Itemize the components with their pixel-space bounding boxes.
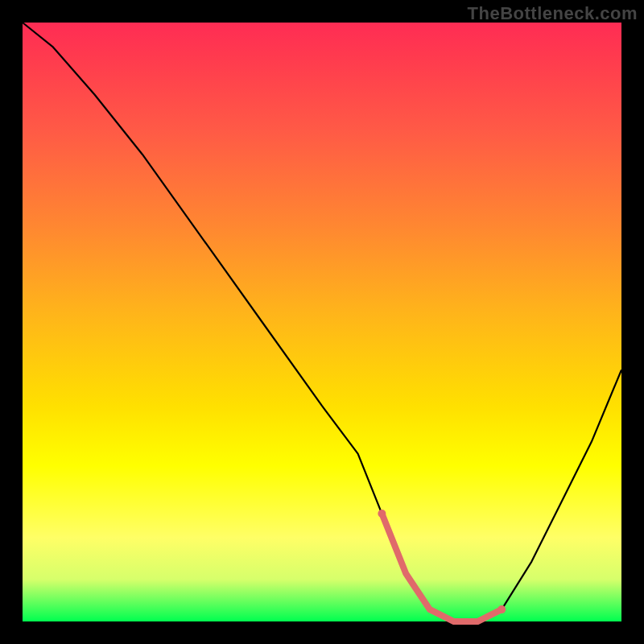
highlight-dot-left bbox=[378, 510, 386, 518]
chart-container: TheBottleneck.com bbox=[0, 0, 644, 644]
highlight-dot-right bbox=[497, 605, 506, 613]
bottleneck-curve bbox=[23, 23, 621, 621]
watermark-text: TheBottleneck.com bbox=[468, 3, 638, 24]
bottleneck-curve-highlight bbox=[382, 514, 502, 621]
curve-svg bbox=[23, 23, 621, 621]
plot-area bbox=[23, 23, 621, 621]
